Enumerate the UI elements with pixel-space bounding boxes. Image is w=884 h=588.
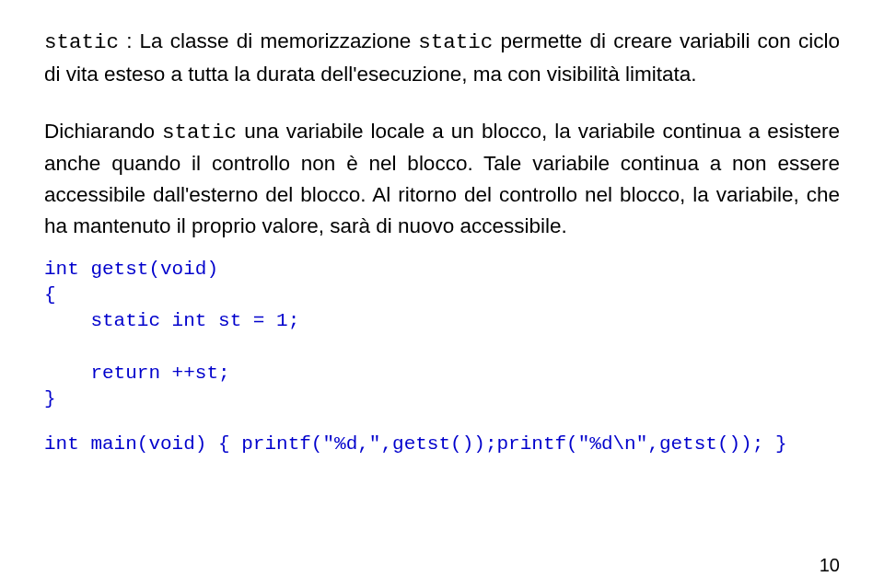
static-keyword-1: static — [44, 30, 119, 54]
page-number: 10 — [820, 551, 840, 579]
paragraph-1: static : La classe di memorizzazione sta… — [44, 26, 840, 90]
code-block-function: int getst(void) { static int st = 1; ret… — [44, 257, 840, 413]
p2-text-1: Dichiarando — [44, 120, 162, 143]
static-keyword-2: static — [418, 30, 493, 54]
p1-text-1: : La classe di memorizzazione — [119, 29, 418, 52]
code-main-line: int main(void) { printf("%d,",getst());p… — [44, 430, 840, 459]
paragraph-2: Dichiarando static una variabile locale … — [44, 116, 840, 242]
static-keyword-3: static — [162, 121, 237, 144]
